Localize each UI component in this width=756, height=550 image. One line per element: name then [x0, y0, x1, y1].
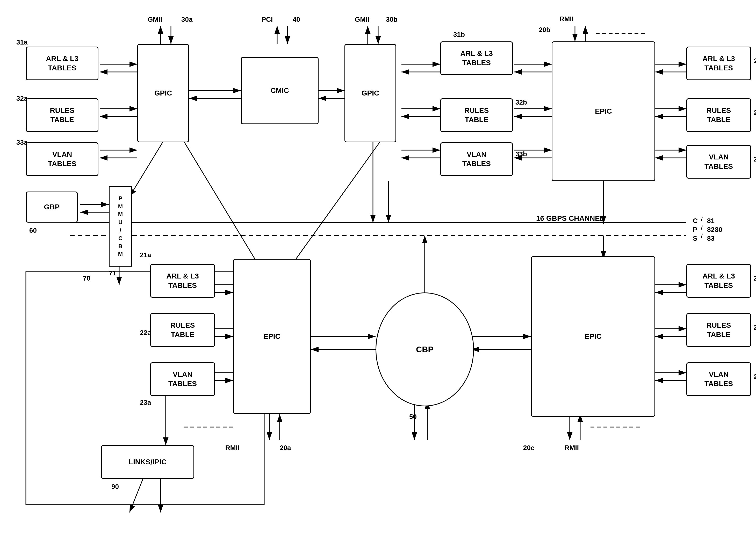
ref-21a: 21a	[140, 251, 151, 259]
ref-20a: 20a	[280, 444, 291, 452]
vlan-tables-23b: VLANTABLES	[686, 145, 751, 179]
svg-line-79	[181, 137, 264, 275]
ref-81: 81	[707, 217, 715, 225]
p-label: P	[693, 226, 697, 234]
rmii-bottom-right-label: RMII	[565, 444, 579, 452]
ref-23c: 23c	[754, 373, 756, 381]
arl-l3-tables-21c: ARL & L3TABLES	[686, 264, 751, 297]
ref-50: 50	[409, 413, 417, 421]
svg-line-44	[129, 137, 166, 197]
ref-21c: 21c	[754, 275, 756, 282]
arl-l3-tables-21a: ARL & L3TABLES	[150, 264, 215, 297]
gpic-left: GPIC	[137, 44, 189, 142]
cbp: CBP	[376, 292, 474, 406]
ref-20b: 20b	[539, 26, 550, 34]
rules-table-32b: RULESTABLE	[440, 98, 513, 132]
rmii-bottom-left-label: RMII	[225, 444, 240, 452]
ref-71: 71	[109, 269, 116, 277]
ref-60: 60	[29, 227, 37, 235]
svg-line-75	[129, 474, 145, 512]
vlan-tables-33a: VLANTABLES	[26, 142, 98, 176]
pmmu-cbm: PMMU/CBM	[109, 186, 132, 267]
ref-80: 80	[715, 226, 722, 234]
ref-31b: 31b	[453, 31, 465, 39]
svg-line-81	[285, 137, 383, 275]
rules-table-32a: RULESTABLE	[26, 98, 98, 132]
ref-30b: 30b	[386, 16, 398, 24]
arl-l3-tables-21b: ARL & L3TABLES	[686, 47, 751, 80]
diagram: 31a ARL & L3TABLES 32a RULESTABLE 33a VL…	[0, 0, 756, 550]
epic-bottom-left: EPIC	[233, 259, 311, 414]
ref-30a: 30a	[181, 16, 192, 24]
cmic: CMIC	[241, 57, 319, 124]
gmii-left-label: GMII	[148, 16, 162, 24]
c-label: C	[693, 217, 698, 225]
links-ipic: LINKS/IPIC	[101, 445, 194, 479]
ref-83: 83	[707, 235, 715, 243]
ref-40: 40	[293, 16, 300, 24]
vlan-tables-33b: VLANTABLES	[440, 142, 513, 176]
pci-label: PCI	[262, 16, 273, 24]
arl-l3-tables-31a: ARL & L3TABLES	[26, 47, 98, 80]
rmii-top-label: RMII	[559, 15, 574, 23]
gbp: GBP	[26, 192, 78, 223]
arl-l3-tables-31b: ARL & L3TABLES	[440, 41, 513, 75]
ref-90: 90	[111, 483, 119, 491]
ref-33b: 33b	[515, 150, 527, 158]
ref-23b: 23b	[754, 155, 756, 163]
rules-table-22a: RULESTABLE	[150, 313, 215, 347]
ref-82: 82	[707, 226, 715, 234]
channel-label: 16 GBPS CHANNEL	[536, 214, 604, 223]
ref-22b: 22b	[754, 109, 756, 117]
ref-31a: 31a	[16, 38, 27, 46]
gmii-right-label: GMII	[355, 16, 369, 24]
rules-table-22c: RULESTABLE	[686, 313, 751, 347]
s-label: S	[693, 235, 697, 243]
epic-bottom-right: EPIC	[531, 256, 655, 417]
vlan-tables-23c: VLANTABLES	[686, 362, 751, 396]
vlan-tables-23a: VLANTABLES	[150, 362, 215, 396]
ref-20c: 20c	[523, 444, 534, 452]
ref-32b: 32b	[515, 98, 527, 106]
rules-table-22b: RULESTABLE	[686, 98, 751, 132]
ref-70: 70	[83, 275, 90, 282]
gpic-right: GPIC	[344, 44, 396, 142]
ref-21b: 21b	[754, 57, 756, 65]
ref-23a: 23a	[140, 398, 151, 407]
epic-top: EPIC	[552, 41, 655, 181]
ref-22a: 22a	[140, 329, 151, 337]
ref-22c: 22c	[754, 323, 756, 331]
